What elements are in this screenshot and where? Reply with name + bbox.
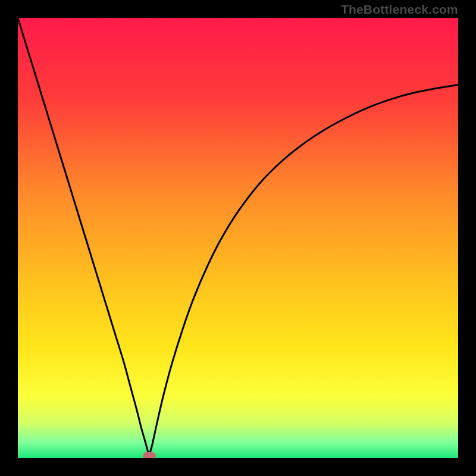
plot-area: [18, 18, 458, 458]
chart-frame: TheBottleneck.com: [0, 0, 476, 476]
bottleneck-curve: [18, 18, 458, 458]
minimum-marker: [143, 452, 156, 458]
watermark-text: TheBottleneck.com: [341, 2, 458, 17]
